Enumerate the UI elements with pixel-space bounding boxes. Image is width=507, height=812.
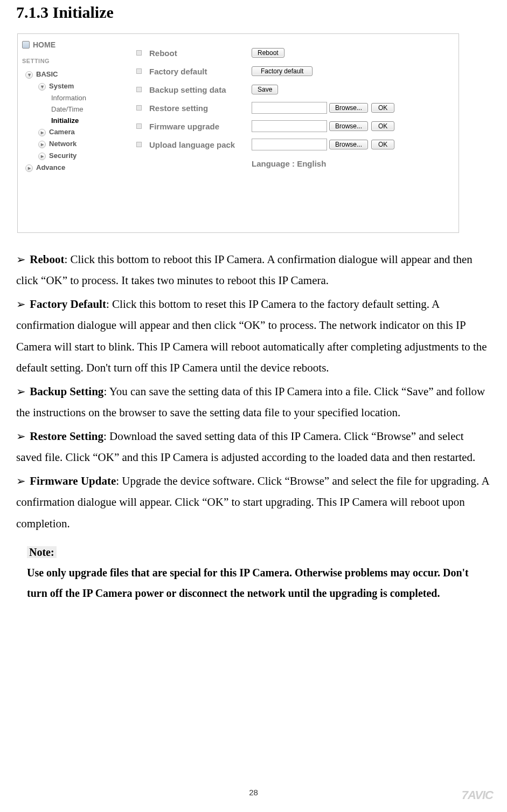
triangle-bullet-icon: ➢ xyxy=(16,426,26,446)
note-block: Note: Use only upgrade files that are sp… xyxy=(27,542,480,603)
language-line: Language : English xyxy=(136,159,453,168)
nav-system[interactable]: ▾System xyxy=(22,80,117,92)
chevron-down-icon: ▾ xyxy=(38,83,46,91)
settings-form: Reboot Reboot Factory default Factory de… xyxy=(121,34,459,232)
bullet-icon xyxy=(136,50,142,56)
reboot-button[interactable]: Reboot xyxy=(252,48,284,58)
nav-information[interactable]: Information xyxy=(22,92,117,104)
factory-default-button[interactable]: Factory default xyxy=(252,66,312,76)
backup-label: Backup setting data xyxy=(149,85,252,94)
nav-datetime[interactable]: Date/Time xyxy=(22,104,117,115)
chevron-right-icon: ▸ xyxy=(25,164,33,172)
bullet-icon xyxy=(136,123,142,129)
bullet-icon xyxy=(136,105,142,111)
body-text: ➢ Reboot: Click this bottom to reboot th… xyxy=(16,249,491,534)
firmware-browse-button[interactable]: Browse... xyxy=(329,121,368,131)
nav-camera[interactable]: ▸Camera xyxy=(22,126,117,138)
home-icon xyxy=(22,41,30,49)
note-text: Use only upgrade files that are special … xyxy=(27,562,480,603)
triangle-bullet-icon: ➢ xyxy=(16,471,26,491)
nav-home[interactable]: HOME xyxy=(22,40,117,49)
save-button[interactable]: Save xyxy=(252,85,278,94)
restore-label: Restore setting xyxy=(149,104,252,113)
language-ok-button[interactable]: OK xyxy=(371,140,394,149)
restore-file-input[interactable] xyxy=(252,102,327,114)
nav-network[interactable]: ▸Network xyxy=(22,138,117,150)
chevron-right-icon: ▸ xyxy=(38,129,46,136)
setting-header: SETTING xyxy=(22,58,117,64)
language-file-input[interactable] xyxy=(252,139,327,150)
reboot-label: Reboot xyxy=(149,49,252,58)
firmware-file-input[interactable] xyxy=(252,120,327,132)
bullet-icon xyxy=(136,68,142,74)
bullet-icon xyxy=(136,142,142,147)
triangle-bullet-icon: ➢ xyxy=(16,382,26,402)
upload-lang-label: Upload language pack xyxy=(149,140,252,149)
para-factory: ➢ Factory Default: Click this bottom to … xyxy=(16,294,491,379)
chevron-right-icon: ▸ xyxy=(38,141,46,148)
nav-tree: ▾BASIC ▾System Information Date/Time Ini… xyxy=(22,68,117,174)
home-label: HOME xyxy=(33,40,55,49)
nav-initialize[interactable]: Initialize xyxy=(22,115,117,126)
nav-advance[interactable]: ▸Advance xyxy=(22,162,117,174)
page-title: 7.1.3 Initialize xyxy=(16,3,491,22)
para-restore: ➢ Restore Setting: Download the saved se… xyxy=(16,426,491,469)
restore-ok-button[interactable]: OK xyxy=(371,103,394,113)
firmware-label: Firmware upgrade xyxy=(149,122,252,131)
nav-security[interactable]: ▸Security xyxy=(22,150,117,162)
chevron-right-icon: ▸ xyxy=(38,153,46,160)
triangle-bullet-icon: ➢ xyxy=(16,294,26,314)
brand-logo: 7AVIC xyxy=(462,788,493,802)
page-number: 28 xyxy=(0,788,507,797)
factory-default-label: Factory default xyxy=(149,67,252,76)
para-backup: ➢ Backup Setting: You can save the setti… xyxy=(16,381,491,424)
restore-browse-button[interactable]: Browse... xyxy=(329,103,368,113)
nav-basic[interactable]: ▾BASIC xyxy=(22,68,117,80)
firmware-ok-button[interactable]: OK xyxy=(371,121,394,131)
bullet-icon xyxy=(136,87,142,92)
triangle-bullet-icon: ➢ xyxy=(16,250,26,270)
language-browse-button[interactable]: Browse... xyxy=(329,140,368,149)
settings-screenshot: HOME SETTING ▾BASIC ▾System Information … xyxy=(17,33,459,233)
para-reboot: ➢ Reboot: Click this bottom to reboot th… xyxy=(16,249,491,292)
note-label: Note: xyxy=(27,546,57,558)
para-firmware: ➢ Firmware Update: Upgrade the device so… xyxy=(16,471,491,534)
chevron-down-icon: ▾ xyxy=(25,71,33,79)
sidebar: HOME SETTING ▾BASIC ▾System Information … xyxy=(18,34,121,232)
